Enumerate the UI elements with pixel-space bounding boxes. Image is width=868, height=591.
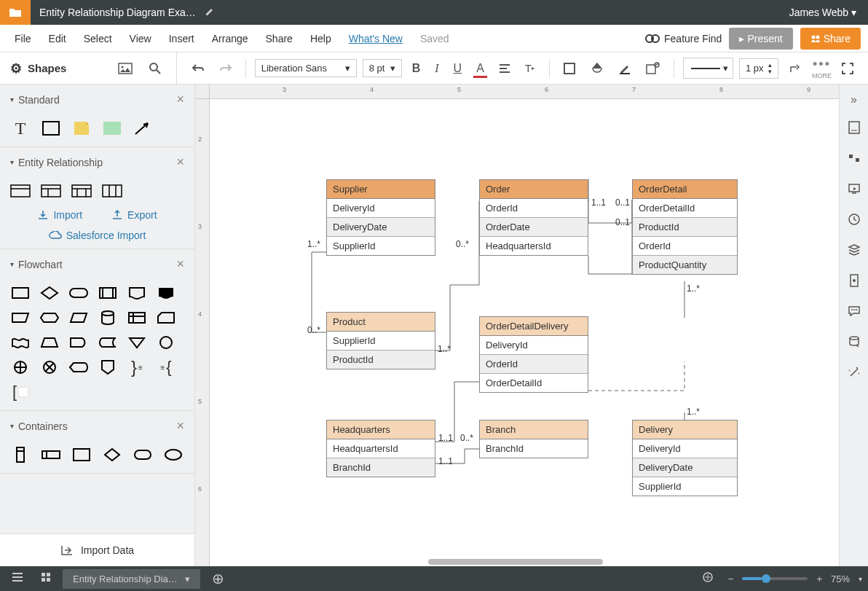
- fc-connector[interactable]: [156, 334, 176, 351]
- page-settings-icon[interactable]: [843, 114, 866, 141]
- section-containers[interactable]: ▾Containers×: [0, 411, 194, 441]
- section-standard[interactable]: ▾Standard×: [0, 85, 194, 114]
- zoom-in-button[interactable]: +: [816, 574, 822, 584]
- menu-file[interactable]: File: [7, 28, 39, 49]
- font-size-select[interactable]: 8 pt▾: [363, 59, 402, 77]
- fc-internal[interactable]: [127, 310, 147, 326]
- fc-diamond[interactable]: [39, 285, 60, 301]
- text-shape[interactable]: T: [10, 120, 31, 136]
- bold-button[interactable]: B: [408, 59, 425, 78]
- menu-insert[interactable]: Insert: [162, 28, 202, 49]
- fc-bracket[interactable]: [: [10, 384, 31, 400]
- fc-rect[interactable]: [10, 285, 31, 301]
- undo-button[interactable]: [187, 60, 209, 77]
- er-shape-1[interactable]: [10, 183, 31, 199]
- edit-title-icon[interactable]: [205, 7, 215, 19]
- fill-color-button[interactable]: [586, 59, 608, 78]
- block-shape[interactable]: [102, 120, 122, 136]
- er-shape-3[interactable]: [71, 183, 92, 199]
- section-er[interactable]: ▾Entity Relationship×: [0, 147, 194, 177]
- cont-3[interactable]: [71, 447, 92, 463]
- underline-button[interactable]: U: [449, 59, 467, 78]
- fc-merge[interactable]: [127, 334, 147, 351]
- layers-icon[interactable]: [843, 236, 866, 264]
- import-data-button[interactable]: Import Data: [0, 533, 194, 566]
- entity-headquarters[interactable]: Headquarters HeadquartersId BranchId: [326, 420, 435, 477]
- entity-branch[interactable]: Branch BranchId: [479, 420, 588, 458]
- er-export-link[interactable]: Export: [111, 209, 157, 221]
- fc-terminator[interactable]: [68, 285, 89, 301]
- shape-fill-button[interactable]: [559, 59, 580, 78]
- cont-5[interactable]: [133, 447, 153, 463]
- menu-help[interactable]: Help: [303, 28, 339, 49]
- entity-orderdetaildelivery[interactable]: OrderDetailDelivery DeliveryId OrderId O…: [479, 316, 588, 393]
- er-shape-4[interactable]: [102, 183, 122, 199]
- shape-options-button[interactable]: [642, 59, 665, 78]
- image-icon[interactable]: [114, 59, 137, 78]
- collapse-rail-icon[interactable]: »: [846, 89, 861, 111]
- font-select[interactable]: Liberation Sans▾: [255, 59, 357, 77]
- cont-6[interactable]: [163, 447, 184, 463]
- zoom-value[interactable]: 75%: [831, 574, 850, 584]
- er-import-link[interactable]: Import: [37, 209, 82, 221]
- entity-delivery[interactable]: Delivery DeliveryId DeliveryDate Supplie…: [632, 420, 738, 496]
- fc-offpage[interactable]: [98, 359, 118, 375]
- fc-delay[interactable]: [68, 334, 89, 351]
- note-shape[interactable]: [71, 120, 92, 136]
- page-tab[interactable]: Entity Relationship Dia…▾: [63, 569, 200, 589]
- fc-trap2[interactable]: [39, 334, 60, 351]
- arrow-shape[interactable]: [133, 120, 153, 136]
- text-color-button[interactable]: A: [472, 59, 489, 78]
- menu-share[interactable]: Share: [259, 28, 300, 49]
- grid-view-icon[interactable]: [35, 569, 57, 588]
- redo-button[interactable]: [215, 60, 237, 77]
- italic-button[interactable]: I: [430, 59, 443, 78]
- rect-shape[interactable]: [41, 120, 61, 136]
- fc-brace-r[interactable]: }≡: [127, 359, 147, 375]
- share-button[interactable]: Share: [800, 28, 861, 50]
- present-panel-icon[interactable]: [843, 175, 866, 203]
- magic-icon[interactable]: [843, 359, 866, 386]
- database-icon[interactable]: [843, 328, 866, 356]
- entity-orderdetail[interactable]: OrderDetail OrderDetailId ProductId Orde…: [632, 179, 738, 275]
- close-icon[interactable]: ×: [176, 257, 184, 272]
- fc-note[interactable]: ≡{: [156, 359, 176, 375]
- data-icon[interactable]: [843, 267, 866, 294]
- salesforce-import-link[interactable]: Salesforce Import: [10, 230, 184, 241]
- section-flowchart[interactable]: ▾Flowchart×: [0, 249, 194, 279]
- text-options-button[interactable]: T: [521, 59, 540, 77]
- zoom-dropdown-icon[interactable]: ▾: [859, 575, 862, 583]
- history-icon[interactable]: [843, 206, 866, 233]
- line-width-select[interactable]: 1 px▴▾: [739, 58, 778, 79]
- entity-supplier[interactable]: Supplier DeliveryId DeliveryDate Supplie…: [326, 179, 435, 256]
- horizontal-scrollbar[interactable]: [428, 559, 603, 565]
- fc-document[interactable]: [127, 285, 147, 301]
- fc-parallelogram[interactable]: [68, 310, 89, 326]
- cont-1[interactable]: [10, 447, 31, 463]
- fc-card[interactable]: [156, 310, 176, 326]
- menu-whatsnew[interactable]: What's New: [342, 28, 410, 49]
- present-button[interactable]: ▸ Present: [729, 28, 792, 50]
- align-button[interactable]: [494, 60, 515, 77]
- user-menu[interactable]: James Webb ▾: [778, 7, 868, 18]
- fc-predefined[interactable]: [98, 285, 118, 301]
- fc-trap1[interactable]: [10, 310, 31, 326]
- fc-tape[interactable]: [10, 334, 31, 351]
- zoom-out-button[interactable]: −: [728, 574, 734, 584]
- menu-select[interactable]: Select: [76, 28, 119, 49]
- close-icon[interactable]: ×: [176, 92, 184, 107]
- fc-stored[interactable]: [98, 334, 118, 351]
- menu-arrange[interactable]: Arrange: [205, 28, 256, 49]
- list-view-icon[interactable]: [6, 569, 29, 588]
- add-page-button[interactable]: ⊕: [206, 570, 230, 587]
- cont-4[interactable]: [102, 447, 122, 463]
- fc-display[interactable]: [68, 359, 89, 375]
- fullscreen-button[interactable]: [837, 60, 858, 77]
- line-style-select[interactable]: ▾: [683, 58, 733, 79]
- chat-icon[interactable]: [843, 297, 866, 325]
- border-color-button[interactable]: [614, 59, 636, 78]
- menu-view[interactable]: View: [122, 28, 159, 49]
- er-shape-2[interactable]: [41, 183, 61, 199]
- fc-or[interactable]: [10, 359, 31, 375]
- entity-order[interactable]: Order OrderId OrderDate HeadquartersId: [479, 179, 588, 256]
